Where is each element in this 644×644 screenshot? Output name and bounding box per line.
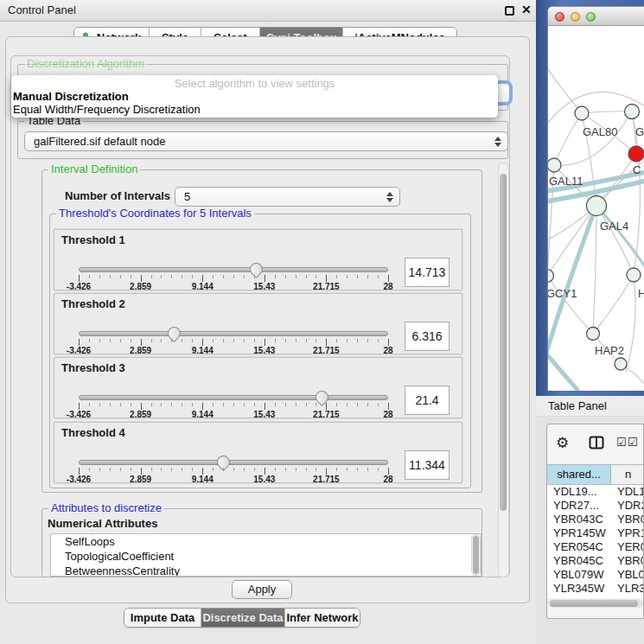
slider-track[interactable] [79, 331, 388, 336]
network-node[interactable] [625, 105, 640, 119]
slider-tick-labels: -3.4262.8599.14415.4321.71528 [79, 410, 388, 419]
slider-tick-labels: -3.4262.8599.14415.4321.71528 [79, 282, 388, 291]
close-traffic-light-icon[interactable] [555, 12, 564, 22]
network-node[interactable] [587, 328, 600, 341]
table-panel-title: Table Panel [548, 399, 607, 412]
combo-stepper-icon [386, 192, 393, 202]
node-label: C [633, 163, 641, 176]
node-label: G [635, 125, 644, 138]
minimize-traffic-light-icon[interactable] [571, 12, 580, 22]
combo-stepper-icon [494, 137, 501, 147]
attribute-item[interactable]: TopologicalCoefficient [51, 549, 481, 564]
table-scrollbar-thumb[interactable] [550, 600, 638, 607]
slider-track[interactable] [79, 267, 388, 272]
network-edge[interactable] [593, 206, 596, 334]
table-panel: ⚙ ☑ ☑ shared... n YDL19...YDL1YDR27...YD… [546, 424, 644, 619]
network-node[interactable] [627, 268, 641, 282]
network-edge[interactable] [626, 275, 635, 372]
table-row[interactable]: YBR043CYBR0 [547, 513, 644, 526]
node-label: GCY1 [548, 287, 577, 300]
dropdown-hint: Select algorithm to view settings [11, 77, 498, 90]
table-toolbar: ⚙ ☑ ☑ [547, 424, 644, 464]
panel-scrollbar-thumb[interactable] [500, 174, 507, 511]
split-columns-icon[interactable] [589, 436, 604, 450]
tab-discretize-data[interactable]: Discretize Data [201, 609, 285, 627]
table-row[interactable]: YBL079WYBL0 [547, 568, 644, 582]
network-node[interactable] [548, 270, 554, 283]
attribute-item[interactable]: SelfLoops [51, 534, 481, 549]
threshold-value[interactable]: 11.344 [405, 450, 450, 480]
panel-title: Control Panel [8, 3, 76, 16]
num-intervals-label: Number of Intervals [65, 189, 170, 202]
tab-impute-data[interactable]: Impute Data [124, 609, 201, 627]
attribute-item[interactable]: BetweennessCentrality [51, 564, 481, 577]
threshold-label: Threshold 4 [61, 426, 125, 439]
network-edge[interactable] [554, 112, 632, 165]
dropdown-option-manual[interactable]: Manual Discretization [13, 90, 129, 103]
threshold-label: Threshold 1 [61, 233, 125, 246]
table-horizontal-scrollbar[interactable] [548, 599, 643, 608]
numerical-attributes-label: Numerical Attributes [48, 517, 157, 530]
network-canvas[interactable]: GAL80GCGAL11GAL4GCY1HHAP2 [548, 26, 644, 391]
network-node[interactable] [628, 146, 644, 162]
network-node[interactable] [548, 158, 561, 172]
table-row[interactable]: YDR27...YDR2 [547, 499, 644, 513]
attributes-scrollbar[interactable] [471, 534, 481, 576]
apply-button[interactable]: Apply [232, 580, 292, 599]
threshold-box-2: Threshold 2-3.4262.8599.14415.4321.71528… [54, 293, 462, 354]
attributes-scrollbar-thumb[interactable] [473, 536, 479, 574]
network-edge-thick[interactable] [548, 348, 577, 390]
num-intervals-combobox[interactable]: 5 [175, 187, 400, 207]
slider-track[interactable] [79, 395, 388, 400]
interval-definition-label: Interval Definition [48, 163, 140, 175]
network-edge[interactable] [554, 113, 582, 165]
threshold-box-3: Threshold 3-3.4262.8599.14415.4321.71528… [54, 357, 462, 418]
bottom-tab-bar: Impute Data Discretize Data Infer Networ… [124, 608, 360, 628]
slider-tick-labels: -3.4262.8599.14415.4321.71528 [79, 346, 388, 355]
node-label: H [638, 287, 644, 300]
checkbox-icon[interactable]: ☑ [616, 436, 627, 449]
table-row[interactable]: YIL052CYIL0 [547, 596, 644, 598]
node-label: HAP2 [595, 344, 624, 357]
network-node[interactable] [587, 196, 607, 216]
table-data-combobox[interactable]: galFiltered.sif default node [24, 131, 508, 151]
network-edge[interactable] [593, 275, 634, 334]
network-edge[interactable] [596, 206, 634, 275]
control-panel: Control Panel ✕ Network Style Select Cyn… [0, 0, 536, 644]
threshold-value[interactable]: 21.4 [405, 386, 450, 415]
thresholds-group-label: Threshold's Coordinates for 5 Intervals [56, 207, 254, 220]
slider-track[interactable] [79, 460, 388, 465]
table-row[interactable]: YDL19...YDL1 [547, 485, 644, 499]
network-node[interactable] [575, 106, 589, 120]
table-row[interactable]: YBR045CYBR0 [547, 554, 644, 568]
threshold-value[interactable]: 14.713 [405, 258, 450, 287]
table-header-row: shared... n [547, 464, 644, 485]
checkbox-icon[interactable]: ☑ [628, 436, 638, 449]
tab-infer-network[interactable]: Infer Network [285, 609, 360, 627]
panel-scrollbar[interactable] [498, 163, 509, 577]
gear-icon[interactable]: ⚙ [556, 434, 569, 452]
slider-tick-labels: -3.4262.8599.14415.4321.71528 [79, 475, 388, 484]
network-node[interactable] [615, 358, 627, 370]
node-label: GAL11 [549, 175, 583, 188]
column-header-shared-name[interactable]: shared... [547, 465, 611, 484]
network-window-titlebar[interactable] [548, 7, 644, 26]
network-view[interactable]: GAL80GCGAL11GAL4GCY1HHAP2 [548, 26, 644, 391]
threshold-box-1: Threshold 1-3.4262.8599.14415.4321.71528… [54, 229, 462, 290]
table-row[interactable]: YPR145WYPR1 [547, 526, 644, 540]
zoom-traffic-light-icon[interactable] [586, 12, 596, 22]
float-window-icon[interactable] [505, 6, 514, 16]
node-label: GAL4 [600, 220, 628, 233]
column-header-name[interactable]: n [611, 465, 644, 484]
threshold-value[interactable]: 6.316 [405, 322, 450, 351]
attributes-group-label: Attributes to discretize [48, 501, 164, 514]
screen: Control Panel ✕ Network Style Select Cyn… [0, 0, 644, 644]
table-rows: YDL19...YDL1YDR27...YDR2YBR043CYBR0YPR14… [547, 485, 644, 598]
algorithm-group-label: Discretization Algorithm [24, 57, 147, 70]
network-edge[interactable] [548, 206, 596, 276]
close-icon[interactable]: ✕ [521, 3, 532, 16]
dropdown-option-equal-width[interactable]: Equal Width/Frequency Discretization [13, 103, 201, 116]
numerical-attributes-list[interactable]: SelfLoopsTopologicalCoefficientBetweenne… [50, 533, 481, 577]
table-row[interactable]: YLR345WYLR3 [547, 582, 644, 596]
table-row[interactable]: YER054CYER0 [547, 540, 644, 554]
